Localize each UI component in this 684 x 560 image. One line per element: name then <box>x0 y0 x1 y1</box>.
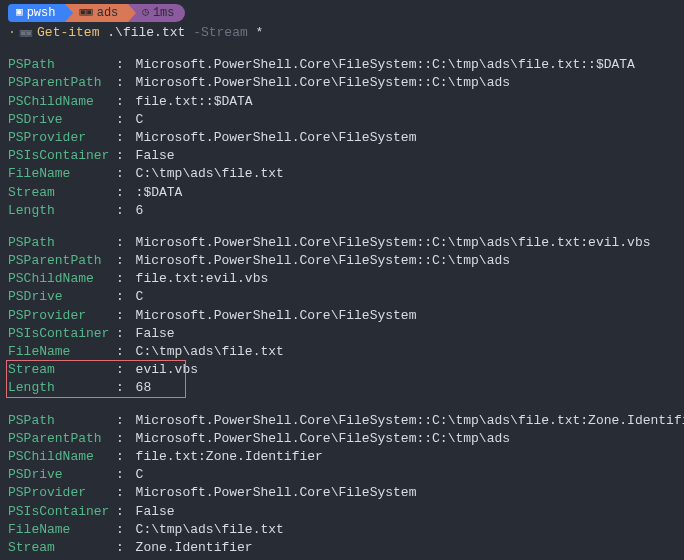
output-value: C:\tmp\ads\file.txt <box>128 521 284 539</box>
output-value: C <box>128 111 144 129</box>
output-value: Microsoft.PowerShell.Core\FileSystem <box>128 129 417 147</box>
output-value: 68 <box>128 379 151 397</box>
output-key: PSDrive <box>8 111 116 129</box>
output-row: PSProvider: Microsoft.PowerShell.Core\Fi… <box>8 484 676 502</box>
output-key: Stream <box>8 361 116 379</box>
output-colon: : <box>116 412 124 430</box>
output-colon: : <box>116 184 124 202</box>
output-value: Microsoft.PowerShell.Core\FileSystem::C:… <box>128 234 651 252</box>
output-colon: : <box>116 539 124 557</box>
output-row: PSIsContainer: False <box>8 503 676 521</box>
output-key: PSPath <box>8 234 116 252</box>
output-key: PSIsContainer <box>8 503 116 521</box>
output-key: Length <box>8 202 116 220</box>
output-row: PSPath: Microsoft.PowerShell.Core\FileSy… <box>8 412 676 430</box>
output-value: :$DATA <box>128 184 183 202</box>
output-key: PSParentPath <box>8 430 116 448</box>
output-row: PSDrive: C <box>8 111 676 129</box>
output-key: FileName <box>8 521 116 539</box>
output-colon: : <box>116 503 124 521</box>
output-key: PSParentPath <box>8 74 116 92</box>
command-param: -Stream <box>193 24 248 42</box>
output-key: PSPath <box>8 412 116 430</box>
clock-icon: ◷ <box>142 5 149 20</box>
output-block: PSPath: Microsoft.PowerShell.Core\FileSy… <box>8 56 676 220</box>
command-line[interactable]: · ▣▣ Get-item .\file.txt -Stream * <box>8 24 676 42</box>
output-row: PSIsContainer: False <box>8 147 676 165</box>
command-output: PSPath: Microsoft.PowerShell.Core\FileSy… <box>8 56 676 560</box>
pill-dir-label: ads <box>97 5 119 22</box>
output-value: False <box>128 147 175 165</box>
output-key: PSDrive <box>8 466 116 484</box>
prompt-pills: ▣ pwsh ▣▣ ads ◷ 1ms <box>8 4 676 22</box>
output-row: PSChildName: file.txt:Zone.Identifier <box>8 448 676 466</box>
output-colon: : <box>116 252 124 270</box>
terminal[interactable]: ▣ pwsh ▣▣ ads ◷ 1ms · ▣▣ Get-item .\file… <box>0 0 684 560</box>
folder-icon: ▣▣ <box>79 5 92 20</box>
output-row: Stream: evil.vbs <box>8 361 676 379</box>
output-value: file.txt::$DATA <box>128 93 253 111</box>
output-row: Stream: :$DATA <box>8 184 676 202</box>
command-arg: .\file.txt <box>107 24 185 42</box>
output-key: FileName <box>8 343 116 361</box>
output-key: Stream <box>8 184 116 202</box>
output-value: False <box>128 503 175 521</box>
output-key: PSIsContainer <box>8 325 116 343</box>
output-row: PSIsContainer: False <box>8 325 676 343</box>
output-colon: : <box>116 288 124 306</box>
output-colon: : <box>116 129 124 147</box>
output-key: PSParentPath <box>8 252 116 270</box>
output-colon: : <box>116 361 124 379</box>
output-value: C:\tmp\ads\file.txt <box>128 343 284 361</box>
prompt-box-icon: ▣▣ <box>20 26 31 41</box>
output-colon: : <box>116 307 124 325</box>
output-row: PSParentPath: Microsoft.PowerShell.Core\… <box>8 252 676 270</box>
output-block: PSPath: Microsoft.PowerShell.Core\FileSy… <box>8 412 676 560</box>
pill-time: ◷ 1ms <box>128 4 184 22</box>
output-row: PSPath: Microsoft.PowerShell.Core\FileSy… <box>8 56 676 74</box>
output-colon: : <box>116 234 124 252</box>
command-glob: * <box>256 24 264 42</box>
output-row: PSChildName: file.txt:evil.vbs <box>8 270 676 288</box>
pill-time-label: 1ms <box>153 5 175 22</box>
output-key: PSProvider <box>8 307 116 325</box>
pill-shell: ▣ pwsh <box>8 4 65 22</box>
pill-shell-label: pwsh <box>27 5 56 22</box>
output-value: Microsoft.PowerShell.Core\FileSystem::C:… <box>128 74 510 92</box>
powershell-icon: ▣ <box>16 5 23 20</box>
output-colon: : <box>116 466 124 484</box>
prompt-caret-icon: · <box>8 24 16 42</box>
output-value: False <box>128 325 175 343</box>
output-colon: : <box>116 343 124 361</box>
command-cmdlet: Get-item <box>37 24 99 42</box>
output-value: 6 <box>128 202 144 220</box>
output-key: PSDrive <box>8 288 116 306</box>
output-row: PSParentPath: Microsoft.PowerShell.Core\… <box>8 430 676 448</box>
output-value: evil.vbs <box>128 361 198 379</box>
output-key: PSProvider <box>8 129 116 147</box>
output-colon: : <box>116 379 124 397</box>
output-colon: : <box>116 202 124 220</box>
output-row: PSProvider: Microsoft.PowerShell.Core\Fi… <box>8 129 676 147</box>
output-block: PSPath: Microsoft.PowerShell.Core\FileSy… <box>8 234 676 398</box>
output-colon: : <box>116 448 124 466</box>
output-row: PSProvider: Microsoft.PowerShell.Core\Fi… <box>8 307 676 325</box>
pill-dir: ▣▣ ads <box>65 4 128 22</box>
output-row: FileName: C:\tmp\ads\file.txt <box>8 343 676 361</box>
output-colon: : <box>116 430 124 448</box>
output-value: Microsoft.PowerShell.Core\FileSystem <box>128 307 417 325</box>
output-colon: : <box>116 325 124 343</box>
output-colon: : <box>116 147 124 165</box>
output-value: Microsoft.PowerShell.Core\FileSystem::C:… <box>128 252 510 270</box>
output-row: FileName: C:\tmp\ads\file.txt <box>8 165 676 183</box>
output-key: Length <box>8 379 116 397</box>
output-row: PSPath: Microsoft.PowerShell.Core\FileSy… <box>8 234 676 252</box>
output-row: Length: 6 <box>8 202 676 220</box>
output-colon: : <box>116 165 124 183</box>
output-colon: : <box>116 270 124 288</box>
output-colon: : <box>116 521 124 539</box>
output-value: file.txt:Zone.Identifier <box>128 448 323 466</box>
output-colon: : <box>116 74 124 92</box>
output-value: Microsoft.PowerShell.Core\FileSystem::C:… <box>128 56 635 74</box>
output-colon: : <box>116 111 124 129</box>
